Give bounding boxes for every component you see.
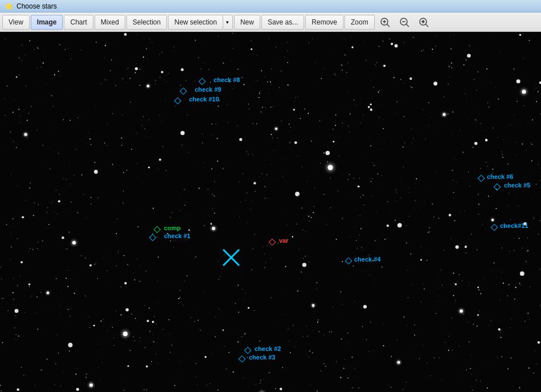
zoom-in-icon <box>379 17 391 28</box>
svg-line-8 <box>425 24 428 27</box>
new-button[interactable]: New <box>234 15 260 30</box>
zoom-label-button[interactable]: Zoom <box>345 15 375 30</box>
toolbar: View Image Chart Mixed Selection New sel… <box>0 13 541 32</box>
save-as-button[interactable]: Save as... <box>261 15 304 30</box>
zoom-reset-button[interactable] <box>395 15 413 30</box>
zoom-in-button[interactable] <box>376 15 394 30</box>
title-icon: ⭐ <box>5 2 13 10</box>
new-selection-arrow[interactable]: ▾ <box>223 15 233 30</box>
zoom-reset-icon <box>399 17 410 28</box>
mixed-button[interactable]: Mixed <box>95 15 125 30</box>
view-button[interactable]: View <box>2 15 30 30</box>
zoom-out-icon <box>418 17 429 28</box>
new-selection-group: New selection ▾ <box>168 15 233 30</box>
titlebar: ⭐ Choose stars <box>0 0 541 13</box>
chart-button[interactable]: Chart <box>64 15 93 30</box>
new-selection-button[interactable]: New selection <box>168 15 223 30</box>
remove-button[interactable]: Remove <box>305 15 343 30</box>
title-text: Choose stars <box>17 2 57 10</box>
svg-point-11 <box>422 21 424 23</box>
zoom-out-button[interactable] <box>415 15 433 30</box>
starfield[interactable]: check #8check #9check #10compcheck #1var… <box>0 32 541 392</box>
image-button[interactable]: Image <box>31 15 63 30</box>
selection-button[interactable]: Selection <box>126 15 167 30</box>
svg-line-1 <box>387 24 390 27</box>
svg-line-5 <box>406 24 409 27</box>
